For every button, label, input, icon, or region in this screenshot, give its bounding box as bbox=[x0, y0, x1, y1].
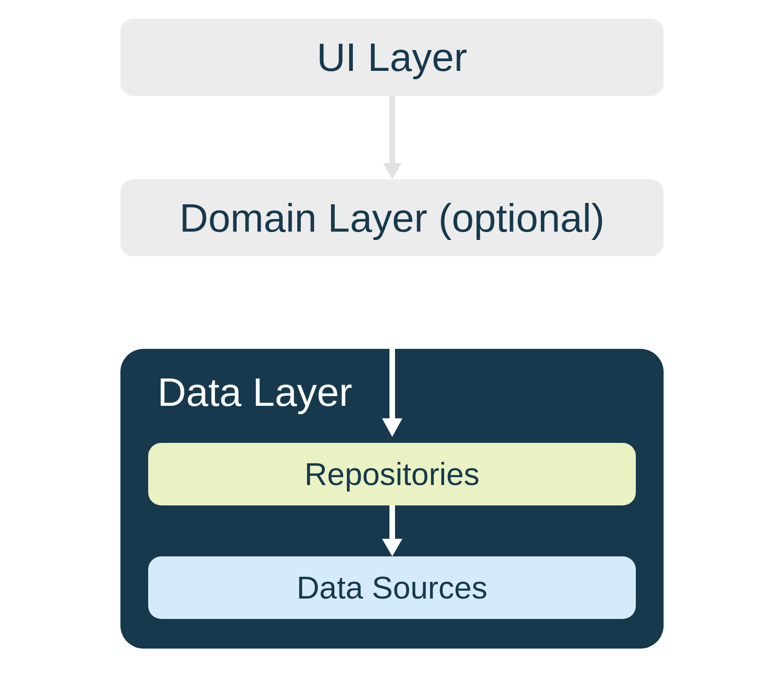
arrow-down-icon bbox=[378, 505, 406, 556]
data-sources-box: Data Sources bbox=[148, 556, 636, 619]
data-layer-title: Data Layer bbox=[148, 349, 636, 424]
spacer bbox=[148, 424, 636, 443]
ui-layer-box: UI Layer bbox=[120, 19, 664, 96]
arrow-ui-to-domain-container bbox=[120, 96, 664, 179]
arrow-repo-to-ds-container bbox=[148, 505, 636, 556]
svg-marker-5 bbox=[382, 539, 402, 556]
arrow-down-icon bbox=[378, 96, 406, 179]
repositories-box: Repositories bbox=[148, 443, 636, 505]
data-layer-container: Data Layer Repositories Data Sources bbox=[120, 349, 664, 649]
domain-layer-box: Domain Layer (optional) bbox=[120, 179, 664, 257]
gap-domain-to-data bbox=[120, 256, 664, 349]
svg-marker-1 bbox=[383, 163, 401, 179]
